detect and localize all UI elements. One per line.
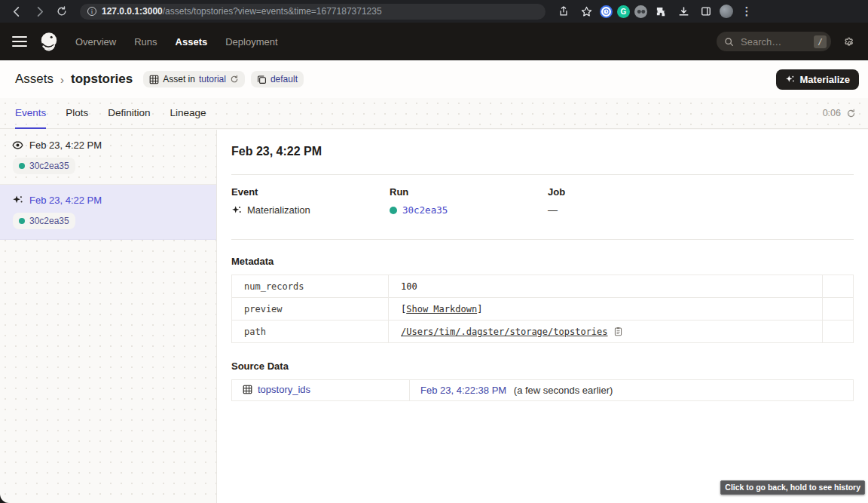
nav-items: Overview Runs Assets Deployment — [75, 36, 278, 48]
group-badge-label[interactable]: default — [270, 74, 298, 84]
event-time-label: Feb 23, 4:22 PM — [29, 195, 102, 206]
tab-plots[interactable]: Plots — [66, 98, 88, 129]
event-detail-title: Feb 23, 4:22 PM — [231, 145, 854, 158]
search-shortcut-key: / — [814, 35, 827, 48]
nav-item-overview[interactable]: Overview — [75, 36, 116, 48]
grammarly-icon[interactable]: G — [617, 5, 630, 18]
metadata-extra-cell — [823, 298, 854, 321]
browser-menu-icon[interactable]: ⋮ — [738, 3, 756, 20]
breadcrumb-asset-name: topstories — [71, 72, 133, 87]
metadata-heading: Metadata — [231, 256, 854, 267]
run-id-label: 30c2ea35 — [29, 161, 69, 171]
site-info-icon[interactable]: i — [87, 7, 96, 16]
table-grid-icon — [243, 385, 252, 394]
metadata-value: /Users/tim/.dagster/storage/topstories — [389, 321, 823, 343]
hamburger-menu-icon[interactable] — [12, 36, 27, 47]
event-list-sidebar: Feb 23, 4:22 PM 30c2ea35 Feb 23, 4:22 PM… — [0, 130, 217, 503]
observation-eye-icon — [12, 140, 23, 151]
event-type-value: Materialization — [247, 204, 310, 216]
refresh-timer: 0:06 — [823, 98, 856, 128]
download-icon[interactable] — [674, 3, 692, 20]
back-history-tooltip: Click to go back, hold to see history — [720, 480, 865, 495]
extensions-puzzle-icon[interactable] — [652, 3, 670, 20]
run-status-dot — [19, 163, 25, 169]
tab-definition[interactable]: Definition — [108, 98, 150, 129]
profile-avatar[interactable] — [720, 5, 733, 18]
nav-item-runs[interactable]: Runs — [134, 36, 157, 48]
copy-layers-icon — [257, 75, 267, 84]
source-data-table: topstory_ids Feb 23, 4:22:38 PM (a few s… — [231, 379, 854, 401]
nav-item-assets[interactable]: Assets — [176, 36, 208, 48]
repo-badge-link[interactable]: tutorial — [199, 74, 226, 84]
source-data-heading: Source Data — [231, 360, 854, 372]
source-asset-link[interactable]: topstory_ids — [243, 384, 310, 395]
run-id-link[interactable]: 30c2ea35 — [402, 204, 448, 216]
share-icon[interactable] — [555, 3, 573, 20]
refresh-icon[interactable] — [846, 109, 856, 118]
tab-events[interactable]: Events — [15, 98, 46, 129]
settings-gear-icon[interactable] — [843, 35, 856, 48]
event-time-label: Feb 23, 4:22 PM — [29, 140, 102, 151]
table-row: topstory_ids Feb 23, 4:22:38 PM (a few s… — [232, 380, 854, 401]
app-navbar: Overview Runs Assets Deployment / — [0, 23, 868, 60]
search-icon — [724, 37, 734, 47]
dagster-logo[interactable] — [38, 30, 60, 53]
job-value: — — [548, 204, 558, 216]
back-icon[interactable] — [8, 3, 26, 20]
source-asset-cell: topstory_ids — [232, 380, 410, 401]
source-asset-name: topstory_ids — [258, 384, 310, 395]
copy-clipboard-icon[interactable] — [613, 327, 623, 336]
metadata-key: path — [232, 321, 389, 343]
bookmark-star-icon[interactable] — [577, 3, 595, 20]
repo-badge-prefix: Asset in — [163, 74, 195, 84]
source-timestamp-link[interactable]: Feb 23, 4:22:38 PM — [420, 385, 506, 396]
run-id-pill[interactable]: 30c2ea35 — [13, 213, 75, 229]
refresh-countdown: 0:06 — [823, 108, 841, 118]
table-row: preview [Show Markdown] — [232, 298, 854, 321]
source-time-note: (a few seconds earlier) — [514, 385, 613, 396]
event-detail-panel: Feb 23, 4:22 PM Event Materialization Ru… — [217, 130, 868, 503]
run-column-label: Run — [390, 186, 548, 198]
event-column-label: Event — [231, 186, 390, 198]
url-path: /assets/topstories?view=events&time=1677… — [163, 6, 382, 17]
table-row: num_records 100 — [232, 275, 854, 298]
browser-toolbar: i 127.0.0.1:3000/assets/topstories?view=… — [0, 0, 868, 23]
event-list-item-materialization[interactable]: Feb 23, 4:22 PM 30c2ea35 — [0, 185, 216, 240]
side-panel-icon[interactable] — [697, 3, 715, 20]
materialization-sparkle-icon — [231, 205, 242, 216]
materialize-button[interactable]: Materialize — [776, 69, 859, 90]
search-input[interactable] — [739, 35, 808, 48]
metadata-value: [Show Markdown] — [389, 298, 823, 321]
path-link[interactable]: /Users/tim/.dagster/storage/topstories — [401, 327, 608, 337]
tab-lineage[interactable]: Lineage — [170, 98, 206, 129]
metadata-extra-cell — [823, 275, 854, 298]
asset-header: Assets › topstories Asset in tutorial de… — [0, 60, 868, 98]
extension-clock-icon[interactable] — [600, 5, 613, 18]
breadcrumb-assets-link[interactable]: Assets — [15, 72, 53, 87]
address-bar[interactable]: i 127.0.0.1:3000/assets/topstories?view=… — [80, 4, 546, 20]
nav-item-deployment[interactable]: Deployment — [225, 36, 277, 48]
show-markdown-link[interactable]: Show Markdown — [406, 304, 477, 314]
extension-goggles-icon[interactable] — [634, 5, 647, 18]
materialize-label: Materialize — [800, 74, 850, 85]
divider — [231, 239, 854, 240]
reload-icon[interactable] — [53, 3, 71, 20]
run-id-pill[interactable]: 30c2ea35 — [13, 158, 75, 174]
event-info-grid: Event Materialization Run 30c2ea35 Job — — [231, 186, 854, 216]
run-id-label: 30c2ea35 — [29, 216, 69, 226]
event-list-item-observation[interactable]: Feb 23, 4:22 PM 30c2ea35 — [0, 130, 216, 185]
breadcrumb-separator: › — [60, 73, 64, 86]
asset-tabs: Events Plots Definition Lineage 0:06 — [0, 98, 868, 129]
group-badge[interactable]: default — [251, 71, 304, 87]
reload-repo-icon[interactable] — [230, 75, 239, 84]
run-status-dot — [19, 218, 25, 224]
job-column-label: Job — [548, 186, 565, 198]
repo-badge[interactable]: Asset in tutorial — [143, 71, 245, 87]
global-search[interactable]: / — [717, 32, 831, 51]
url-host: 127.0.0.1:3000 — [102, 6, 163, 17]
table-grid-icon — [149, 75, 159, 84]
url-text: 127.0.0.1:3000/assets/topstories?view=ev… — [102, 6, 382, 17]
metadata-key: num_records — [232, 275, 389, 298]
forward-icon[interactable] — [30, 3, 48, 20]
metadata-table: num_records 100 preview [Show Markdown] … — [231, 275, 854, 343]
